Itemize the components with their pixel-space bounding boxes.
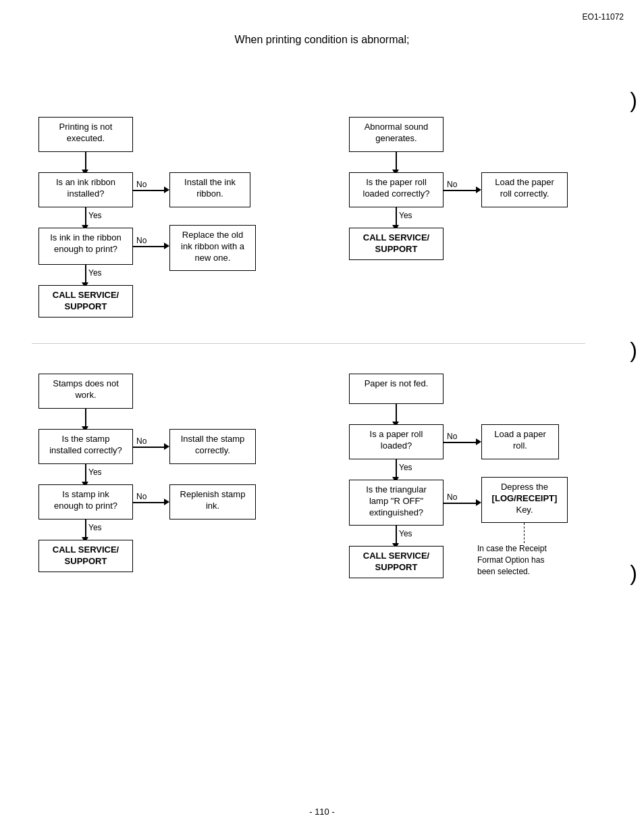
label-no-3: No bbox=[447, 180, 457, 189]
box-load-paper-roll-2: Load a paperroll. bbox=[481, 424, 559, 459]
box-ink-enough: Is ink in the ribbonenough to print? bbox=[38, 228, 133, 265]
label-no-5: No bbox=[136, 492, 146, 501]
label-yes-7: Yes bbox=[399, 529, 412, 538]
label-yes-4: Yes bbox=[88, 467, 102, 477]
box-paper-roll-loaded-2: Is a paper rollloaded? bbox=[349, 424, 444, 459]
box-paper-roll-loaded: Is the paper rollloaded correctly? bbox=[349, 172, 444, 207]
box-stamp-installed: Is the stampinstalled correctly? bbox=[38, 429, 133, 464]
label-yes-5: Yes bbox=[88, 523, 102, 532]
label-yes-2: Yes bbox=[88, 268, 102, 278]
page-number: - 110 - bbox=[0, 807, 644, 817]
box-triangular-lamp: Is the triangularlamp "R OFF"extinguishe… bbox=[349, 480, 444, 526]
label-no-7: No bbox=[447, 492, 457, 502]
label-yes-3: Yes bbox=[399, 211, 412, 220]
box-install-stamp: Install the stampcorrectly. bbox=[169, 429, 256, 464]
label-no-1: No bbox=[136, 180, 146, 189]
box-printing-not-executed: Printing is notexecuted. bbox=[38, 117, 133, 152]
box-log-receipt-key: Depress the[LOG/RECEIPT]Key. bbox=[481, 477, 568, 523]
label-yes-6: Yes bbox=[399, 463, 412, 472]
box-abnormal-sound: Abnormal soundgenerates. bbox=[349, 117, 444, 152]
page-id: EO1-11072 bbox=[583, 12, 624, 22]
label-no-4: No bbox=[136, 436, 146, 446]
box-replace-ribbon: Replace the oldink ribbon with anew one. bbox=[169, 225, 256, 271]
box-ink-ribbon-installed: Is an ink ribboninstalled? bbox=[38, 172, 133, 207]
box-replenish-stamp-ink: Replenish stampink. bbox=[169, 484, 256, 519]
box-call-service-2: CALL SERVICE/SUPPORT bbox=[349, 228, 444, 260]
box-call-service-1: CALL SERVICE/SUPPORT bbox=[38, 285, 133, 318]
label-no-2: No bbox=[136, 236, 146, 245]
box-install-ink-ribbon: Install the inkribbon. bbox=[169, 172, 250, 207]
box-call-service-4: CALL SERVICE/SUPPORT bbox=[349, 546, 444, 578]
label-yes-1: Yes bbox=[88, 211, 102, 220]
box-load-paper-roll: Load the paperroll correctly. bbox=[481, 172, 568, 207]
page-title: When printing condition is abnormal; bbox=[0, 34, 644, 46]
box-paper-not-fed: Paper is not fed. bbox=[349, 374, 444, 404]
label-no-6: No bbox=[447, 432, 457, 441]
box-call-service-3: CALL SERVICE/SUPPORT bbox=[38, 540, 133, 572]
box-stamps-not-work: Stamps does notwork. bbox=[38, 374, 133, 409]
bracket-1: ) bbox=[630, 88, 637, 113]
bracket-2: ) bbox=[630, 338, 637, 363]
box-stamp-ink-enough: Is stamp inkenough to print? bbox=[38, 484, 133, 519]
bracket-3: ) bbox=[630, 561, 637, 586]
note-receipt-format: In case the ReceiptFormat Option hasbeen… bbox=[477, 543, 575, 577]
